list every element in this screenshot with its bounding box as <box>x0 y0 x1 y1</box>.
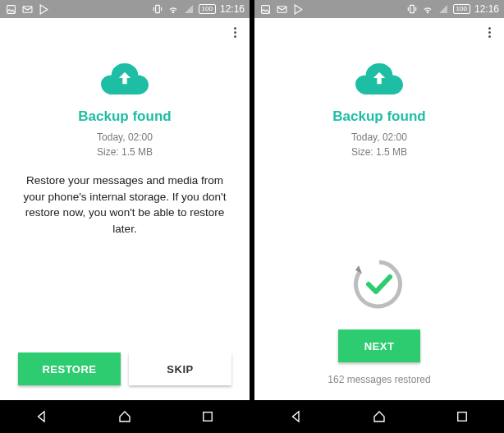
status-bar: 100 12:16 <box>254 0 504 18</box>
skip-button[interactable]: SKIP <box>129 352 231 385</box>
phone-screen-restore-complete: 100 12:16 Backup found Today, 02:00 Size… <box>254 0 504 433</box>
page-title: Backup found <box>332 108 425 125</box>
success-check-icon <box>351 256 408 316</box>
action-row: RESTORE SKIP <box>0 352 250 400</box>
signal-icon <box>183 3 195 15</box>
svg-rect-6 <box>410 5 414 12</box>
play-store-icon <box>38 3 49 15</box>
nav-recents-icon[interactable] <box>199 408 217 426</box>
appbar <box>254 18 504 46</box>
navigation-bar <box>254 400 504 433</box>
battery-indicator: 100 <box>453 4 470 14</box>
backup-meta: Today, 02:00 Size: 1.5 MB <box>97 130 153 159</box>
nav-back-icon[interactable] <box>33 408 51 426</box>
status-bar: 100 12:16 <box>0 0 250 18</box>
backup-timestamp: Today, 02:00 <box>351 130 407 145</box>
mail-icon <box>276 3 287 15</box>
restore-button[interactable]: RESTORE <box>18 352 121 385</box>
backup-size: Size: 1.5 MB <box>351 145 407 159</box>
more-options-icon[interactable] <box>229 22 241 43</box>
backup-size: Size: 1.5 MB <box>97 145 153 159</box>
main-content: Backup found Today, 02:00 Size: 1.5 MB R… <box>0 46 250 352</box>
phone-screen-restore-prompt: 100 12:16 Backup found Today, 02:00 Size… <box>0 0 250 433</box>
nav-home-icon[interactable] <box>116 408 134 426</box>
restored-count-message: 162 messages restored <box>328 374 430 385</box>
nav-recents-icon[interactable] <box>453 408 471 426</box>
svg-rect-7 <box>458 412 467 421</box>
page-title: Backup found <box>78 108 171 125</box>
clock: 12:16 <box>220 3 245 15</box>
cloud-upload-icon <box>101 61 149 99</box>
appbar <box>0 18 250 46</box>
more-options-icon[interactable] <box>483 22 496 43</box>
vibrate-icon <box>152 3 163 15</box>
navigation-bar <box>0 400 250 433</box>
svg-rect-3 <box>204 412 213 421</box>
nav-back-icon[interactable] <box>287 408 305 426</box>
svg-rect-2 <box>155 5 159 12</box>
svg-rect-0 <box>7 5 15 13</box>
backup-timestamp: Today, 02:00 <box>97 130 153 145</box>
signal-icon <box>438 3 449 15</box>
next-button[interactable]: NEXT <box>338 329 420 362</box>
restore-description: Restore your messages and media from you… <box>18 173 231 237</box>
vibrate-icon <box>406 3 418 15</box>
play-store-icon <box>292 3 304 15</box>
wifi-icon <box>167 3 179 15</box>
battery-indicator: 100 <box>199 4 216 14</box>
backup-meta: Today, 02:00 Size: 1.5 MB <box>351 130 407 159</box>
nav-home-icon[interactable] <box>370 408 388 426</box>
main-content: Backup found Today, 02:00 Size: 1.5 MB N… <box>254 46 504 400</box>
image-icon <box>259 3 271 15</box>
wifi-icon <box>422 3 433 15</box>
image-icon <box>5 3 16 15</box>
clock: 12:16 <box>474 3 499 15</box>
svg-rect-4 <box>261 5 269 13</box>
mail-icon <box>21 3 33 15</box>
cloud-upload-icon <box>355 61 403 99</box>
